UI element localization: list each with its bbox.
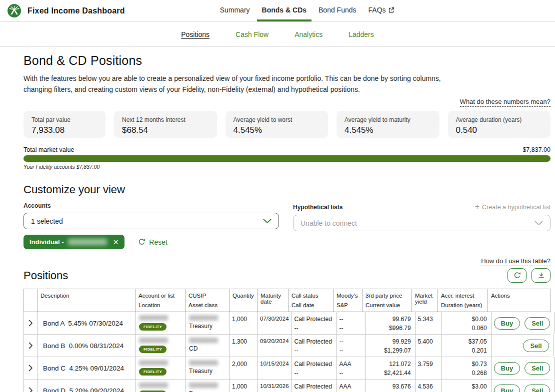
expand-row-button[interactable] — [24, 380, 38, 392]
position-accr-interest: $0.73 0.268 — [442, 357, 492, 379]
market-value-bar — [24, 155, 550, 162]
position-account: FIDELITY — [136, 312, 186, 334]
call-date: -- — [294, 347, 334, 354]
sell-button[interactable]: Sell — [523, 340, 548, 352]
position-ratings: AAA -- — [337, 357, 366, 379]
reset-button[interactable]: Reset — [138, 238, 168, 246]
accounts-label: Accounts — [24, 202, 279, 209]
subtab-cash-flow[interactable]: Cash Flow — [236, 30, 268, 38]
header-cusip-asset-class[interactable]: CUSIP Asset class — [186, 289, 230, 312]
expand-row-button[interactable] — [24, 335, 38, 357]
position-call-status: Call Protected -- — [292, 357, 337, 379]
tab-bond-funds[interactable]: Bond Funds — [314, 0, 362, 21]
expand-row-button[interactable] — [24, 312, 38, 334]
how-use-table-link[interactable]: How do I use this table? — [481, 257, 550, 266]
subtab-positions[interactable]: Positions — [181, 30, 210, 38]
chevron-right-icon — [28, 387, 32, 392]
header-market-yield[interactable]: Market yield — [412, 289, 438, 312]
position-accr-interest: $3.00 2.220 — [442, 380, 492, 392]
position-ratings: -- -- — [337, 312, 366, 334]
top-nav: Summary Bonds & CDs Bond Funds FAQs — [215, 0, 400, 21]
positions-table-header: Description Account or list Location CUS… — [24, 289, 550, 312]
header-price-value[interactable]: 3rd party price Current value — [362, 289, 412, 312]
chevron-right-icon — [28, 320, 32, 327]
position-maturity-date: 10/15/2024 — [258, 357, 292, 379]
position-price-value: 99.929 $1,299.07 — [366, 335, 416, 357]
header-account-or-list[interactable]: Account or list Location — [136, 289, 186, 312]
header-maturity-date[interactable]: Maturity date — [258, 289, 288, 312]
chevron-down-icon — [263, 219, 272, 224]
asset-class: Treasury — [189, 323, 226, 330]
position-ratings: AAA -- — [337, 380, 366, 392]
position-description: Bond C 4.25% 09/01/2024 — [38, 357, 136, 379]
app-header: Fixed Income Dashboard Summary Bonds & C… — [0, 0, 555, 22]
page-title: Bond & CD Positions — [24, 53, 550, 68]
header-call-status[interactable]: Call status Call date — [288, 289, 334, 312]
position-market-yield: 4.536 — [416, 380, 442, 392]
position-ratings: -- -- — [337, 335, 366, 357]
header-accr-interest[interactable]: Accr. interest Duration (years) — [438, 289, 488, 312]
position-actions: Buy Sell — [492, 380, 555, 392]
position-quantity: 1,000 — [230, 312, 258, 334]
sell-button[interactable]: Sell — [524, 317, 550, 330]
download-icon — [538, 272, 545, 279]
sell-button[interactable]: Sell — [524, 362, 550, 375]
asset-class: Treasury — [189, 390, 226, 392]
header-description[interactable]: Description — [38, 289, 136, 312]
position-cusip: Treasury — [186, 380, 230, 392]
positions-table-body: Bond A 5.45% 07/30/2024 FIDELITY Treasur… — [24, 312, 550, 392]
tab-faqs[interactable]: FAQs — [364, 0, 400, 21]
refresh-icon — [514, 272, 521, 279]
bonds-subnav: Positions Cash Flow Analytics Ladders — [0, 22, 555, 47]
expand-row-button[interactable] — [24, 357, 38, 379]
position-call-status: Call Protected -- — [292, 312, 337, 334]
table-row: Bond C 4.25% 09/01/2024 FIDELITY Treasur… — [24, 357, 550, 380]
redacted-cusip — [189, 338, 218, 343]
subtab-ladders[interactable]: Ladders — [348, 30, 374, 38]
hypothetical-lists-select: Unable to connect — [293, 215, 550, 231]
position-accr-interest: $0.00 0.060 — [442, 312, 492, 334]
tab-bonds-cds[interactable]: Bonds & CDs — [257, 0, 312, 21]
buy-button[interactable]: Buy — [494, 385, 520, 392]
buy-button[interactable]: Buy — [494, 317, 520, 330]
fidelity-badge: FIDELITY — [139, 368, 166, 376]
summary-cards: Total par value 7,933.08 Next 12 months … — [24, 111, 550, 138]
position-quantity: 1,300 — [230, 335, 258, 357]
position-accr-interest: $37.05 0.201 — [442, 335, 492, 357]
table-row: Bond D 5.20% 09/20/2024 FIDELITY Treasur… — [24, 380, 550, 392]
redacted-account-name — [139, 338, 168, 343]
asset-class: Treasury — [189, 368, 226, 375]
reset-icon — [138, 238, 146, 246]
position-maturity-date: 10/31/2026 — [258, 380, 292, 392]
redacted-cusip — [189, 315, 218, 321]
close-icon[interactable]: ✕ — [113, 238, 119, 246]
position-account: FIDELITY — [136, 335, 186, 357]
accounts-select[interactable]: 1 selected — [24, 213, 279, 229]
buy-button[interactable]: Buy — [494, 362, 520, 375]
market-value-caption: Your Fidelity accounts $7,837.00 — [24, 164, 550, 170]
call-date: -- — [294, 325, 334, 332]
download-table-button[interactable] — [532, 268, 550, 283]
position-actions: Buy Sell — [492, 357, 555, 379]
position-cusip: Treasury — [186, 357, 230, 379]
hypothetical-lists-label: Hypothetical lists — [293, 204, 342, 211]
refresh-table-button[interactable] — [508, 268, 526, 283]
subtab-analytics[interactable]: Analytics — [294, 30, 322, 38]
redacted-account-name — [139, 360, 168, 366]
header-actions: Actions — [488, 289, 550, 312]
position-account: FIDELITY — [136, 380, 186, 392]
header-quantity[interactable]: Quantity — [230, 289, 258, 312]
sell-button[interactable]: Sell — [524, 385, 550, 392]
brand: Fixed Income Dashboard — [8, 0, 125, 21]
redacted-cusip — [189, 383, 218, 388]
fidelity-badge: FIDELITY — [139, 323, 166, 331]
what-numbers-mean-link[interactable]: What do these numbers mean? — [460, 98, 550, 107]
position-maturity-date: 07/30/2024 — [258, 312, 292, 334]
position-price-value: 93.676 $936.76 — [366, 380, 416, 392]
position-quantity: 1,000 — [230, 380, 258, 392]
card-total-par-value: Total par value 7,933.08 — [24, 111, 106, 138]
redacted-account-name — [139, 315, 168, 321]
card-next-12-months-interest: Next 12 months interest $68.54 — [114, 111, 217, 138]
tab-summary[interactable]: Summary — [215, 0, 255, 21]
header-ratings[interactable]: Moody's S&P — [334, 289, 362, 312]
